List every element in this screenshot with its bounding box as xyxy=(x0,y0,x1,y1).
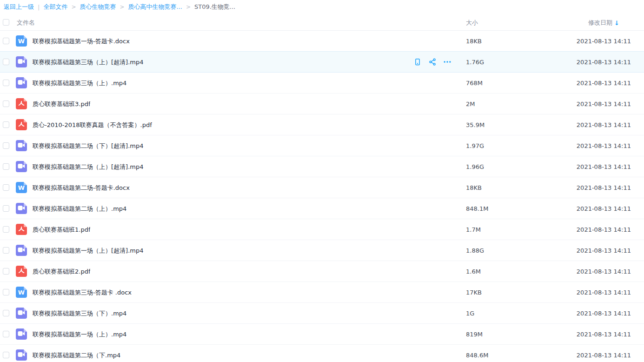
file-size: 17KB xyxy=(466,289,482,296)
file-name-link[interactable]: 联赛模拟基础题第一场（上）.mp4 xyxy=(33,330,126,339)
mp4-file-icon: W xyxy=(16,77,27,88)
mp4-file-icon: W xyxy=(16,245,27,256)
pdf-file-icon xyxy=(18,268,25,275)
file-name-link[interactable]: 联赛模拟基础题第三场（上）[超清].mp4 xyxy=(33,58,143,67)
file-row[interactable]: W 联赛模拟基础题第三场（上）.mp4 768M 2021-08-13 14:1… xyxy=(0,73,644,94)
row-checkbox[interactable] xyxy=(3,226,9,233)
file-row[interactable]: W 联赛模拟基础题第一场（上）.mp4 819M 2021-08-13 14:1… xyxy=(0,324,644,345)
file-row[interactable]: W 联赛模拟基础题第二场（上）.mp4 848.1M 2021-08-13 14… xyxy=(0,198,644,219)
file-name-link[interactable]: 联赛模拟基础题第三场（上）.mp4 xyxy=(33,79,126,87)
file-row[interactable]: W 质心联赛基础班1.pdf 1.7M 2021-08-13 14:11 xyxy=(0,219,644,240)
file-name-link[interactable]: 质心联赛基础班1.pdf xyxy=(33,226,90,234)
breadcrumb-separator: > xyxy=(120,4,124,10)
breadcrumb-item-folder-1[interactable]: 质心生物竞赛 xyxy=(80,3,116,11)
file-size: 1.6M xyxy=(466,268,481,275)
row-checkbox[interactable] xyxy=(3,289,9,295)
file-size: 1.88G xyxy=(466,247,484,254)
file-size: 768M xyxy=(466,80,483,87)
pdf-file-icon: W xyxy=(16,119,27,130)
file-name-link[interactable]: 联赛模拟基础题第一场-答题卡.docx xyxy=(33,37,130,46)
row-checkbox[interactable] xyxy=(3,205,9,212)
file-row[interactable]: W 联赛模拟基础题第二场-答题卡.docx 18KB 2021-08-13 14… xyxy=(0,177,644,198)
file-row[interactable]: W 质心联赛基础班2.pdf 1.6M 2021-08-13 14:11 xyxy=(0,261,644,282)
file-name-link[interactable]: 联赛模拟基础题第二场（下.mp4 xyxy=(33,351,120,360)
file-row[interactable]: W 质心-2010-2018联赛真题（不含答案）.pdf 35.9M 2021-… xyxy=(0,114,644,135)
pdf-file-icon: W xyxy=(16,224,27,235)
row-checkbox[interactable] xyxy=(3,38,9,44)
docx-file-icon: W xyxy=(16,287,27,298)
send-to-device-icon[interactable] xyxy=(413,57,422,67)
file-row[interactable]: W 联赛模拟基础题第一场（上）[超清].mp4 1.88G 2021-08-13… xyxy=(0,240,644,261)
file-size: 1.96G xyxy=(466,163,484,170)
file-name-link[interactable]: 联赛模拟基础题第二场（下）[超清].mp4 xyxy=(33,142,143,150)
file-modified-date: 2021-08-13 14:11 xyxy=(577,247,631,254)
row-checkbox[interactable] xyxy=(3,80,9,86)
file-modified-date: 2021-08-13 14:11 xyxy=(577,101,631,107)
breadcrumb-item-current: ST09.生物竞... xyxy=(194,3,235,11)
file-row[interactable]: W 联赛模拟基础题第三场（下）.mp4 1G 2021-08-13 14:11 xyxy=(0,303,644,324)
file-row[interactable]: W 联赛模拟基础题第二场（下.mp4 848.6M 2021-08-13 14:… xyxy=(0,345,644,362)
file-name-link[interactable]: 质心联赛基础班3.pdf xyxy=(33,100,90,108)
row-checkbox[interactable] xyxy=(3,184,9,191)
file-size: 848.6M xyxy=(466,352,488,359)
row-checkbox[interactable] xyxy=(3,59,9,65)
column-header-date-label: 修改日期 xyxy=(588,19,612,27)
file-name-link[interactable]: 联赛模拟基础题第三场-答题卡 .docx xyxy=(33,288,132,297)
word-file-icon: W xyxy=(18,185,25,191)
file-name-link[interactable]: 质心-2010-2018联赛真题（不含答案）.pdf xyxy=(33,121,152,129)
video-file-icon xyxy=(18,58,25,66)
file-modified-date: 2021-08-13 14:11 xyxy=(577,310,631,317)
file-list: W 联赛模拟基础题第一场-答题卡.docx 18KB 2021-08-13 14… xyxy=(0,31,644,362)
pdf-file-icon xyxy=(18,121,25,129)
video-file-icon xyxy=(18,205,25,212)
row-checkbox[interactable] xyxy=(3,310,9,316)
file-row[interactable]: W 质心联赛基础班3.pdf 2M 2021-08-13 14:11 xyxy=(0,94,644,114)
row-checkbox[interactable] xyxy=(3,163,9,170)
file-modified-date: 2021-08-13 14:11 xyxy=(577,38,631,45)
file-name-link[interactable]: 联赛模拟基础题第一场（上）[超清].mp4 xyxy=(33,247,143,255)
column-header-filename: 文件名 xyxy=(17,19,35,27)
row-checkbox[interactable] xyxy=(3,247,9,254)
row-checkbox[interactable] xyxy=(3,268,9,275)
more-actions-icon[interactable] xyxy=(443,57,452,67)
file-size: 1.7M xyxy=(466,226,481,233)
row-checkbox[interactable] xyxy=(3,101,9,107)
file-modified-date: 2021-08-13 14:11 xyxy=(577,289,631,296)
row-checkbox[interactable] xyxy=(3,121,9,128)
file-size: 1G xyxy=(466,310,474,317)
select-all-checkbox[interactable] xyxy=(3,19,9,26)
file-modified-date: 2021-08-13 14:11 xyxy=(577,331,631,338)
file-name-link[interactable]: 联赛模拟基础题第二场（上）[超清].mp4 xyxy=(33,163,143,171)
video-file-icon xyxy=(18,330,25,338)
breadcrumb-item-all-files[interactable]: 全部文件 xyxy=(43,3,67,11)
file-modified-date: 2021-08-13 14:11 xyxy=(577,121,631,128)
file-row[interactable]: W 联赛模拟基础题第三场-答题卡 .docx 17KB 2021-08-13 1… xyxy=(0,282,644,303)
mp4-file-icon: W xyxy=(16,140,27,151)
file-row[interactable]: W 联赛模拟基础题第二场（上）[超清].mp4 1.96G 2021-08-13… xyxy=(0,156,644,177)
video-file-icon xyxy=(18,79,25,87)
pdf-file-icon: W xyxy=(16,266,27,277)
mp4-file-icon: W xyxy=(16,203,27,214)
file-modified-date: 2021-08-13 14:11 xyxy=(577,268,631,275)
breadcrumb-item-folder-2[interactable]: 质心高中生物竞赛... xyxy=(128,3,182,11)
back-link[interactable]: 返回上一级 xyxy=(4,3,34,11)
word-file-icon: W xyxy=(18,38,25,44)
file-row[interactable]: W 联赛模拟基础题第二场（下）[超清].mp4 1.97G 2021-08-13… xyxy=(0,135,644,156)
file-modified-date: 2021-08-13 14:11 xyxy=(577,142,631,149)
video-file-icon xyxy=(18,351,25,359)
row-checkbox[interactable] xyxy=(3,142,9,149)
video-file-icon xyxy=(18,142,25,149)
row-checkbox[interactable] xyxy=(3,331,9,337)
share-icon[interactable] xyxy=(428,57,437,67)
column-header-date[interactable]: 修改日期 ↓ xyxy=(588,19,619,27)
file-name-link[interactable]: 联赛模拟基础题第二场（上）.mp4 xyxy=(33,205,126,213)
file-name-link[interactable]: 质心联赛基础班2.pdf xyxy=(33,268,90,276)
column-header-size: 大小 xyxy=(466,19,478,27)
pdf-file-icon: W xyxy=(16,98,27,109)
file-row[interactable]: W 联赛模拟基础题第一场-答题卡.docx 18KB 2021-08-13 14… xyxy=(0,31,644,52)
file-name-link[interactable]: 联赛模拟基础题第三场（下）.mp4 xyxy=(33,309,126,318)
file-row[interactable]: W 联赛模拟基础题第三场（上）[超清].mp4 1.76G 2021-08-13… xyxy=(0,52,644,73)
row-checkbox[interactable] xyxy=(3,352,9,358)
file-name-link[interactable]: 联赛模拟基础题第二场-答题卡.docx xyxy=(33,184,130,192)
sort-descending-icon[interactable]: ↓ xyxy=(614,20,619,26)
